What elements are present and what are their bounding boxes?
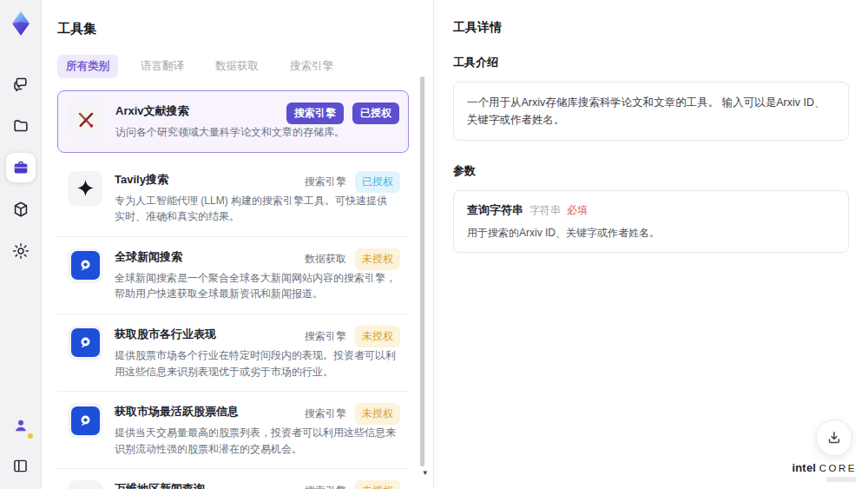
tool-card-arxiv[interactable]: Arxiv文献搜索 访问各个研究领域大量科学论文和文章的存储库。 搜索引擎 已授… [57, 90, 409, 153]
folder-icon [11, 116, 30, 135]
category-badge: 搜索引擎 [305, 329, 346, 344]
stock-sector-icon [68, 326, 102, 360]
tool-card-stock-sectors[interactable]: 获取股市各行业表现 提供股票市场各个行业在特定时间段内的表现。投资者可以利用这些… [57, 314, 409, 392]
download-button[interactable] [816, 420, 852, 456]
tool-card-regional-news[interactable]: 万维地区新闻查询 查询具体行政区划内的新闻，快速了解各地新闻动 搜索引擎 未授权 [57, 469, 409, 489]
parameter-card: 查询字符串 字符串 必填 用于搜索的Arxiv ID、关键字或作者姓名。 [453, 190, 849, 253]
tool-badges: 搜索引擎 未授权 [305, 326, 400, 347]
download-icon [825, 429, 843, 446]
user-avatar-icon [12, 417, 30, 434]
auth-status-badge: 已授权 [355, 171, 400, 193]
param-description: 用于搜索的Arxiv ID、关键字或作者姓名。 [467, 226, 835, 241]
arxiv-logo-icon [69, 102, 103, 137]
tool-badges: 搜索引擎 未授权 [305, 403, 400, 425]
auth-status-badge: 未授权 [355, 403, 400, 425]
tavily-star-icon [68, 171, 102, 206]
panel-toggle-icon [11, 457, 30, 475]
category-tabs: 所有类别 语言翻译 数据获取 搜索引擎 [57, 55, 433, 78]
category-badge: 搜索引擎 [305, 406, 346, 421]
tool-intro-text: 一个用于从Arxiv存储库搜索科学论文和文章的工具。 输入可以是Arxiv ID… [453, 82, 849, 141]
tab-data-acquisition[interactable]: 数据获取 [207, 55, 267, 78]
tool-badges: 数据获取 未授权 [305, 248, 400, 270]
auth-status-badge: 未授权 [355, 480, 400, 489]
category-badge: 数据获取 [305, 252, 346, 267]
tool-card-list: Arxiv文献搜索 访问各个研究领域大量科学论文和文章的存储库。 搜索引擎 已授… [57, 90, 433, 489]
user-status-dot [28, 433, 33, 439]
tool-description: 访问各个研究领域大量科学论文和文章的存储库。 [115, 124, 345, 141]
category-badge: 搜索引擎 [286, 102, 344, 124]
auth-status-badge: 未授权 [355, 326, 400, 347]
tool-card-active-stocks[interactable]: 获取市场最活跃股票信息 提供当天交易量最高的股票列表，投资者可以利用这些信息来识… [57, 392, 409, 469]
global-news-icon [68, 248, 102, 283]
user-avatar[interactable] [6, 411, 36, 440]
tool-description: 专为人工智能代理 (LLM) 构建的搜索引擎工具。可快速提供实时、准确和真实的结… [115, 193, 397, 225]
tool-card-tavily[interactable]: Tavily搜索 专为人工智能代理 (LLM) 构建的搜索引擎工具。可快速提供实… [57, 160, 409, 237]
sidebar-rail [0, 0, 42, 489]
param-required-badge: 必填 [567, 203, 588, 218]
chat-icon [11, 75, 30, 94]
category-badge: 搜索引擎 [305, 484, 346, 489]
param-name: 查询字符串 [467, 202, 523, 218]
brand-sub-badge [826, 477, 856, 482]
tool-description: 提供当天交易量最高的股票列表，投资者可以利用这些信息来识别流动性强的股票和潜在的… [115, 425, 397, 457]
app-window: 工具集 所有类别 语言翻译 数据获取 搜索引擎 Arxiv文献搜索 访问 [0, 0, 868, 489]
panel-toggle-button[interactable] [6, 451, 36, 480]
tab-search-engine[interactable]: 搜索引擎 [281, 55, 342, 78]
briefcase-icon [11, 158, 30, 177]
tool-badges: 搜索引擎 已授权 [305, 171, 400, 193]
auth-status-badge: 未授权 [355, 248, 400, 270]
sidebar-item-packages[interactable] [6, 195, 36, 224]
package-icon [11, 200, 30, 219]
active-stocks-icon [68, 403, 102, 438]
gear-icon [11, 241, 30, 261]
intel-wordmark: intel [792, 461, 816, 474]
scroll-down-icon[interactable]: ▾ [423, 468, 427, 477]
newspaper-icon [68, 480, 102, 489]
intro-heading: 工具介绍 [453, 55, 849, 70]
core-wordmark: core [819, 463, 857, 473]
tool-badges: 搜索引擎 未授权 [305, 480, 400, 489]
tool-detail-panel: 工具详情 工具介绍 一个用于从Arxiv存储库搜索科学论文和文章的工具。 输入可… [434, 0, 868, 489]
tab-all-categories[interactable]: 所有类别 [57, 55, 118, 78]
sidebar-item-files[interactable] [6, 111, 36, 141]
tool-description: 全球新闻搜索是一个聚合全球各大新闻网站内容的搜索引擎，帮助用户快速获取全球最新资… [115, 270, 397, 302]
category-badge: 搜索引擎 [305, 175, 346, 189]
tool-badges: 搜索引擎 已授权 [286, 102, 399, 124]
sidebar-item-tools[interactable] [6, 153, 36, 182]
tool-description: 提供股票市场各个行业在特定时间段内的表现。投资者可以利用这些信息来识别表现优于或… [115, 347, 397, 380]
tool-card-global-news[interactable]: 全球新闻搜索 全球新闻搜索是一个聚合全球各大新闻网站内容的搜索引擎，帮助用户快速… [57, 237, 409, 314]
intel-core-logo: intel core [792, 461, 857, 482]
gem-logo-icon [7, 10, 35, 37]
params-heading: 参数 [453, 163, 849, 179]
app-logo[interactable] [6, 9, 36, 38]
param-type: 字符串 [529, 203, 561, 218]
page-title: 工具集 [57, 21, 433, 37]
tool-list-panel: 工具集 所有类别 语言翻译 数据获取 搜索引擎 Arxiv文献搜索 访问 [42, 0, 434, 489]
list-scrollbar[interactable] [420, 76, 424, 466]
tab-language-translation[interactable]: 语言翻译 [132, 55, 193, 78]
detail-title: 工具详情 [453, 20, 849, 36]
sidebar-item-settings[interactable] [6, 236, 36, 266]
scrollbar-thumb[interactable] [420, 76, 424, 466]
auth-status-badge: 已授权 [352, 102, 399, 124]
sidebar-item-chat[interactable] [6, 69, 36, 99]
